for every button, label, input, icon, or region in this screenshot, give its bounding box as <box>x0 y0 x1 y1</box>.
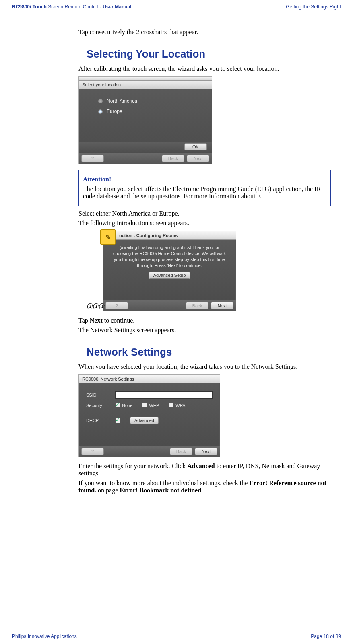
crosshairs-instruction: Tap consecutively the 2 crosshairs that … <box>78 29 331 36</box>
screenshot-network-settings: RC9800i Network Settings SSID: Security:… <box>78 374 220 457</box>
ss2-body-text: (awaiting final wording and graphics) Th… <box>110 244 229 271</box>
ss3-titlebar: RC9800i Network Settings <box>79 375 220 383</box>
checkbox-icon <box>142 403 147 408</box>
footer-left: Philips Innovative Applications <box>12 634 77 639</box>
next-button[interactable]: Next <box>187 155 209 162</box>
help-button[interactable]: ? <box>105 302 128 309</box>
screenshot-intro-rooms: @@@ ✎ uction : Configuring Rooms (awaiti… <box>103 231 236 311</box>
attention-box: Attention! The location you select affec… <box>78 170 331 206</box>
ss2-titlebar: ✎ uction : Configuring Rooms <box>103 231 236 240</box>
tap-next-post: to continue. <box>103 317 135 324</box>
ok-button[interactable]: OK <box>184 143 207 150</box>
ss1-subtitle: Select your location <box>79 80 212 89</box>
dhcp-checkbox[interactable] <box>115 418 120 423</box>
network-more: If you want to know more about the indiv… <box>78 479 331 494</box>
ssid-input[interactable] <box>115 391 213 399</box>
heading-selecting-location: Selecting Your Location <box>87 48 331 60</box>
back-button[interactable]: Back <box>170 448 192 455</box>
net-more-pre: If you want to know more about the indiv… <box>78 479 249 486</box>
security-none[interactable]: None <box>115 403 132 408</box>
help-button[interactable]: ? <box>81 448 104 455</box>
net-step-pre: Enter the settings for your network. Cli… <box>78 463 187 469</box>
net-more-mid: on page <box>96 487 120 494</box>
attention-text: The location you select affects the Elec… <box>83 185 326 200</box>
screenshot-select-location: Select your location North America Europ… <box>78 76 212 164</box>
heading-network-settings: Network Settings <box>87 346 331 358</box>
tap-next-step: Tap Next to continue. <box>78 317 331 324</box>
back-button[interactable]: Back <box>186 302 208 309</box>
page-header: RC9800i Touch Screen Remote Control - Us… <box>12 4 341 12</box>
security-wpa-label: WPA <box>175 403 185 408</box>
product-mid: Screen Remote Control - <box>47 4 103 10</box>
note-icon: ✎ <box>100 229 116 245</box>
footer-right: Page 18 of 39 <box>311 634 341 639</box>
header-left: RC9800i Touch Screen Remote Control - Us… <box>12 4 132 10</box>
security-wpa[interactable]: WPA <box>169 403 185 408</box>
tap-next-pre: Tap <box>78 317 90 324</box>
tap-next-bold: Next <box>90 317 103 324</box>
checkbox-icon <box>169 403 174 408</box>
next-button[interactable]: Next <box>211 302 233 309</box>
ss2-title-text: uction : Configuring Rooms <box>119 233 178 238</box>
ss1-titlebar <box>79 77 212 80</box>
network-step: Enter the settings for your network. Cli… <box>78 463 331 477</box>
select-result: The following introduction screen appear… <box>78 220 331 227</box>
security-none-label: None <box>122 403 132 408</box>
net-more-err2: Error! Bookmark not defined. <box>120 487 203 494</box>
tap-next-result: The Network Settings screen appears. <box>78 327 331 334</box>
at-prefix: @@@ <box>87 302 105 309</box>
header-section: Getting the Settings Right <box>286 4 341 10</box>
next-button[interactable]: Next <box>195 448 217 455</box>
security-label: Security: <box>86 403 110 408</box>
advanced-setup-button[interactable]: Advanced Setup <box>149 272 190 279</box>
ssid-label: SSID: <box>86 393 110 397</box>
radio-label-eu: Europe <box>107 109 122 114</box>
select-step: Select either North America or Europe. <box>78 210 331 217</box>
page-footer: Philips Innovative Applications Page 18 … <box>12 632 341 639</box>
location-intro: After calibrating the touch screen, the … <box>78 65 331 72</box>
net-more-end: . <box>203 487 204 494</box>
attention-title: Attention! <box>83 176 326 183</box>
dhcp-label: DHCP: <box>86 418 110 423</box>
advanced-button[interactable]: Advanced <box>130 417 159 424</box>
radio-label-na: North America <box>107 98 137 104</box>
radio-icon-selected <box>98 109 103 114</box>
security-wep[interactable]: WEP <box>142 403 159 408</box>
product-name-2: User Manual <box>103 4 131 10</box>
help-button[interactable]: ? <box>81 155 104 162</box>
network-intro: When you have selected your location, th… <box>78 363 331 370</box>
product-name-1: RC9800i Touch <box>12 4 47 10</box>
radio-icon <box>98 99 103 103</box>
radio-north-america[interactable]: North America <box>98 98 204 104</box>
back-button[interactable]: Back <box>162 155 184 162</box>
checkbox-icon <box>115 403 120 408</box>
radio-europe[interactable]: Europe <box>98 109 204 114</box>
security-wep-label: WEP <box>149 403 159 408</box>
net-step-bold: Advanced <box>187 463 215 469</box>
